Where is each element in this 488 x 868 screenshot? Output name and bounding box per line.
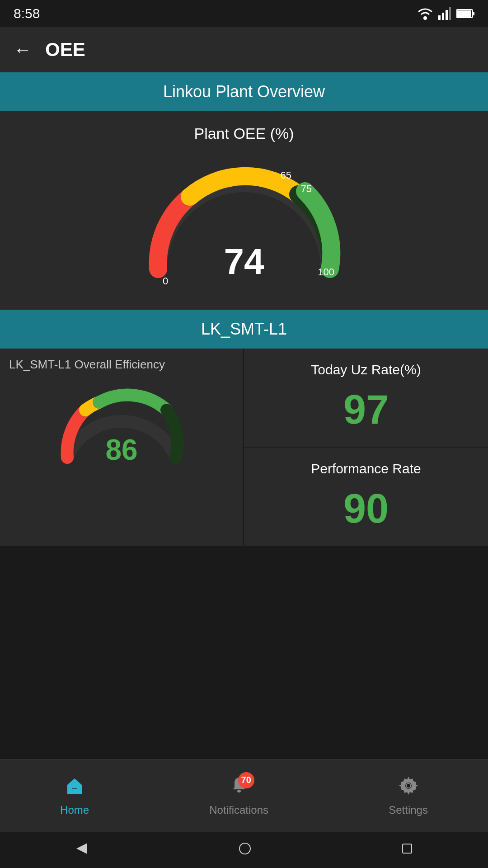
uz-rate-value: 97 <box>343 387 389 433</box>
svg-rect-7 <box>457 10 471 17</box>
back-button[interactable]: ← <box>14 40 32 60</box>
status-icons <box>418 7 474 20</box>
nav-home[interactable]: Home <box>60 776 89 816</box>
perf-rate-title: Performance Rate <box>311 461 421 476</box>
svg-rect-4 <box>449 7 451 20</box>
sys-back-button[interactable] <box>75 841 89 859</box>
nav-settings[interactable]: Settings <box>389 776 428 816</box>
circle-home-icon <box>239 842 251 855</box>
sys-home-button[interactable] <box>239 842 251 858</box>
nav-notifications[interactable]: 70 Notifications <box>209 776 268 816</box>
efficiency-card: LK_SMT-L1 Overall Efficiency 86 <box>0 349 244 546</box>
battery-icon <box>456 9 474 19</box>
lk-smt-cards: LK_SMT-L1 Overall Efficiency 86 <box>0 349 488 546</box>
svg-point-0 <box>423 16 427 20</box>
plant-oee-gauge: 0 65 75 100 74 <box>131 156 357 292</box>
wifi-icon <box>418 7 433 20</box>
plant-oee-title: Plant OEE (%) <box>194 125 294 142</box>
plant-overview-title: Linkou Plant Overview <box>163 82 325 101</box>
lk-smt-title: LK_SMT-L1 <box>201 320 287 338</box>
notification-bell-container: 70 <box>229 776 249 800</box>
notification-badge-count: 70 <box>238 772 254 788</box>
signal-icon <box>438 7 451 20</box>
gauge-75-label: 75 <box>301 183 312 195</box>
perf-rate-card: Performance Rate 90 <box>244 448 488 546</box>
home-icon <box>65 776 84 800</box>
gauge-65-label: 65 <box>281 170 291 181</box>
svg-rect-3 <box>446 10 448 20</box>
gear-icon-svg <box>399 776 418 796</box>
system-nav <box>0 832 488 868</box>
gauge-min-label: 0 <box>163 275 168 287</box>
svg-point-14 <box>239 843 250 854</box>
bottom-nav: Home 70 Notifications Settings <box>0 760 488 832</box>
svg-rect-15 <box>403 844 412 853</box>
svg-point-9 <box>237 790 241 793</box>
plant-oee-value: 74 <box>224 241 264 283</box>
sys-recents-button[interactable] <box>401 842 413 858</box>
triangle-back-icon <box>75 841 89 856</box>
gauge-max-label: 100 <box>318 266 334 278</box>
svg-rect-6 <box>473 12 474 15</box>
efficiency-card-title: LK_SMT-L1 Overall Efficiency <box>9 358 234 372</box>
home-label: Home <box>60 804 89 816</box>
svg-rect-8 <box>72 789 77 794</box>
status-time: 8:58 <box>14 6 40 21</box>
small-gauge: 86 <box>54 381 189 471</box>
plant-oee-card: Plant OEE (%) 0 65 75 100 74 <box>0 111 488 310</box>
home-icon-svg <box>65 776 84 796</box>
svg-marker-13 <box>76 843 87 854</box>
uz-rate-card: Today Uz Rate(%) 97 <box>244 349 488 448</box>
plant-overview-header: Linkou Plant Overview <box>0 72 488 111</box>
right-stats-cards: Today Uz Rate(%) 97 Performance Rate 90 <box>244 349 488 546</box>
status-bar: 8:58 <box>0 0 488 27</box>
app-title: OEE <box>45 39 85 61</box>
square-recents-icon <box>401 842 413 855</box>
settings-icon <box>399 776 418 800</box>
svg-rect-2 <box>442 13 444 20</box>
uz-rate-title: Today Uz Rate(%) <box>311 362 421 377</box>
settings-label: Settings <box>389 804 428 816</box>
small-gauge-value: 86 <box>105 433 137 467</box>
svg-rect-1 <box>438 15 441 20</box>
perf-rate-value: 90 <box>343 486 389 532</box>
notifications-label: Notifications <box>209 804 268 816</box>
lk-smt-header: LK_SMT-L1 <box>0 310 488 349</box>
app-bar: ← OEE <box>0 27 488 72</box>
